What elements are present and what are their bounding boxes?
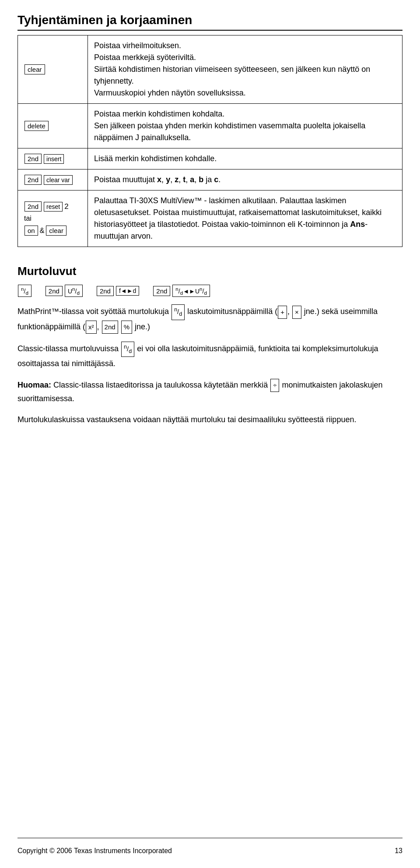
fraction-para3: Murtolukulaskuissa vastauksena voidaan n… <box>18 413 402 430</box>
table-row: 2nd reset 2 tai on & clear Palauttaa TI <box>18 191 402 247</box>
para3-text: Murtolukulaskuissa vastauksena voidaan n… <box>18 413 402 427</box>
2nd-key-und: 2nd <box>46 286 63 296</box>
footer: Copyright © 2006 Texas Instruments Incor… <box>18 838 402 855</box>
section-murtoluvut: Murtoluvut <box>18 265 402 278</box>
frac-key-2nd-ndund: 2nd n/d◄►Un/d <box>153 284 210 297</box>
desc-cell-reset: Palauttaa TI-30XS MultiView™ - laskimen … <box>88 191 402 247</box>
desc-cell-insert: Lisää merkin kohdistimen kohdalle. <box>88 148 402 169</box>
ndund-sub: d <box>180 290 183 296</box>
page-title: Tyhjentäminen ja korjaaminen <box>18 13 402 31</box>
on-key: on <box>24 226 38 236</box>
key-cell-reset: 2nd reset 2 tai on & clear <box>18 191 88 247</box>
clear-key-2: clear <box>46 226 66 236</box>
nd-key: n/d <box>18 285 32 297</box>
und-sub: d <box>77 290 79 296</box>
fraction-para1: MathPrint™-tilassa voit syöttää murtoluk… <box>18 304 402 337</box>
2nd-key-reset: 2nd <box>24 201 42 212</box>
para2-text: Classic-tilassa murtoluvuissa n/d ei voi… <box>18 342 402 370</box>
nd-sub: d <box>25 290 28 296</box>
footer-page: 13 <box>395 847 402 855</box>
table-row: delete Poistaa merkin kohdistimen kohdal… <box>18 104 402 148</box>
ndund-sub2: d <box>204 290 206 296</box>
para1-text: MathPrint™-tilassa voit syöttää murtoluk… <box>18 304 402 333</box>
fda-key: f◄►d <box>116 286 139 296</box>
reset-num: 2 <box>64 202 68 211</box>
frac-key-nd: n/d <box>18 284 32 297</box>
table-row: clear Poistaa virheilmoituksen. Poistaa … <box>18 35 402 104</box>
und-key: Un/d <box>65 285 83 297</box>
inline-2nd-key-para: 2nd <box>102 321 118 334</box>
desc-cell-clearvar: Poistaa muuttujat x, y, z, t, a, b ja c. <box>88 169 402 191</box>
frac-key-2nd-und: 2nd Un/d <box>45 284 83 297</box>
nd-sup: n <box>21 286 24 292</box>
inline-div-key: ÷ <box>270 379 279 392</box>
huomaa-label: Huomaa: <box>18 381 51 389</box>
2nd-key-insert: 2nd <box>24 154 42 164</box>
huomaa-text: Huomaa: Classic-tilassa listaeditorissa … <box>18 378 402 406</box>
ampersand: & <box>40 227 45 235</box>
ndund-key: n/d◄►Un/d <box>172 285 210 297</box>
2nd-key-ndund: 2nd <box>153 286 170 296</box>
insert-key: insert <box>44 154 64 164</box>
key-cell-clear: clear <box>18 35 88 104</box>
main-table: clear Poistaa virheilmoituksen. Poistaa … <box>18 35 402 247</box>
inline-nd-key: n/d <box>172 304 185 320</box>
key-cell-insert: 2nd insert <box>18 148 88 169</box>
ndund-sup2: n <box>200 286 202 292</box>
key-cell-clearvar: 2nd clear var <box>18 169 88 191</box>
fraction-keys-row: n/d 2nd Un/d 2nd f◄►d 2nd n/d◄►Un/d <box>18 284 402 297</box>
clearvar-key: clear var <box>44 175 73 185</box>
page: Tyhjentäminen ja korjaaminen clear Poist… <box>0 0 420 868</box>
inline-plus-key: + <box>278 306 287 319</box>
2nd-key-fda: 2nd <box>97 286 114 296</box>
ndund-sup: n <box>175 286 178 292</box>
desc-cell-delete: Poistaa merkin kohdistimen kohdalta. Sen… <box>88 104 402 148</box>
desc-cell-clear: Poistaa virheilmoituksen. Poistaa merkke… <box>88 35 402 104</box>
tai-label: tai <box>24 214 81 223</box>
table-row: 2nd insert Lisää merkin kohdistimen kohd… <box>18 148 402 169</box>
inline-x2-key: x² <box>86 321 97 334</box>
key-cell-delete: delete <box>18 104 88 148</box>
frac-key-2nd-fda: 2nd f◄►d <box>96 286 140 296</box>
fraction-huomaa: Huomaa: Classic-tilassa listaeditorissa … <box>18 378 402 409</box>
footer-copyright: Copyright © 2006 Texas Instruments Incor… <box>18 847 172 855</box>
delete-key: delete <box>24 121 49 131</box>
2nd-key-clearvar: 2nd <box>24 175 42 185</box>
und-sup: n <box>72 286 75 292</box>
inline-nd-key2: n/d <box>121 342 134 357</box>
inline-percent-key: % <box>121 321 132 334</box>
table-row: 2nd clear var Poistaa muuttujat x, y, z,… <box>18 169 402 191</box>
clear-key: clear <box>24 64 45 74</box>
fraction-para2: Classic-tilassa murtoluvuissa n/d ei voi… <box>18 342 402 374</box>
inline-times-key: × <box>292 306 301 319</box>
reset-key: reset <box>44 202 63 212</box>
